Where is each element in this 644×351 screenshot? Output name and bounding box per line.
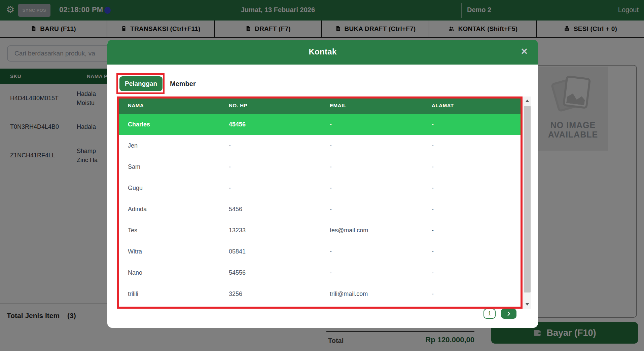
contact-cell: - — [421, 185, 523, 192]
contact-row-adinda[interactable]: Adinda5456-- — [117, 199, 523, 220]
contact-cell: - — [319, 206, 421, 213]
contact-table-scrollbar[interactable] — [523, 96, 531, 309]
contact-cell: - — [319, 269, 421, 276]
contact-cell: Jen — [117, 142, 218, 149]
contact-cell: tes@mail.com — [319, 227, 421, 234]
contact-col-nama: NAMA — [117, 103, 218, 108]
contact-col-nohp: NO. HP — [218, 103, 319, 108]
contact-row-trilili[interactable]: trilili3256trili@mail.com- — [117, 283, 523, 305]
contact-table: NAMANO. HPEMAILALAMAT Charles45456--Jen-… — [117, 96, 523, 309]
contact-cell: trili@mail.com — [319, 290, 421, 298]
tab-pelanggan[interactable]: Pelanggan — [119, 76, 163, 91]
contact-row-gugu[interactable]: Gugu--- — [117, 178, 523, 199]
contact-cell: - — [319, 248, 421, 255]
contact-cell: 54556 — [218, 269, 319, 276]
contact-cell: Witra — [117, 248, 218, 255]
contact-cell: trilili — [117, 290, 218, 298]
scroll-up-icon[interactable] — [526, 100, 529, 102]
contact-cell: - — [319, 121, 421, 128]
contact-table-body: Charles45456--Jen---Sam---Gugu---Adinda5… — [117, 114, 523, 305]
scrollbar-thumb[interactable] — [524, 106, 531, 292]
contact-cell: Gugu — [117, 185, 218, 192]
pagination-page-1[interactable]: 1 — [484, 309, 496, 319]
contact-cell: - — [319, 185, 421, 192]
contact-cell: 13233 — [218, 227, 319, 234]
modal-title: Kontak — [107, 47, 538, 56]
contact-cell: 3256 — [218, 290, 319, 298]
contact-row-tes[interactable]: Tes13233tes@mail.com- — [117, 220, 523, 241]
contact-cell: 5456 — [218, 206, 319, 213]
contact-cell: - — [421, 121, 523, 128]
contact-cell: Charles — [117, 121, 218, 128]
chevron-right-icon — [506, 311, 512, 317]
pos-app: ⚙ SYNC POS 02:18:00 PM Jumat, 13 Febuari… — [0, 0, 644, 351]
contact-cell: Adinda — [117, 206, 218, 213]
contact-table-header: NAMANO. HPEMAILALAMAT — [117, 96, 523, 114]
contact-cell: Tes — [117, 227, 218, 234]
contact-col-email: EMAIL — [319, 103, 421, 108]
contact-row-witra[interactable]: Witra05841-- — [117, 241, 523, 262]
contact-row-jen[interactable]: Jen--- — [117, 135, 523, 156]
scroll-down-icon[interactable] — [526, 303, 529, 306]
modal-header: Kontak ✕ — [107, 40, 538, 65]
contact-cell: Nano — [117, 269, 218, 276]
contact-cell: - — [421, 163, 523, 170]
contact-cell: - — [218, 163, 319, 170]
contact-cell: - — [218, 142, 319, 149]
contact-cell: 05841 — [218, 248, 319, 255]
contact-modal: Kontak ✕ Pelanggan Member NAMANO. HPEMAI… — [107, 40, 538, 328]
contact-row-nano[interactable]: Nano54556-- — [117, 262, 523, 283]
contact-row-sam[interactable]: Sam--- — [117, 156, 523, 178]
tab-member[interactable]: Member — [170, 80, 196, 88]
contact-cell: - — [421, 269, 523, 276]
contact-cell: - — [421, 290, 523, 298]
contact-cell: - — [421, 227, 523, 234]
contact-col-alamat: ALAMAT — [421, 103, 523, 108]
contact-cell: - — [421, 142, 523, 149]
pagination-next-button[interactable] — [501, 309, 516, 319]
contact-cell: - — [421, 206, 523, 213]
contact-cell: - — [421, 248, 523, 255]
close-icon[interactable]: ✕ — [521, 46, 528, 57]
contact-cell: Sam — [117, 163, 218, 170]
contact-cell: - — [319, 163, 421, 170]
contact-cell: - — [319, 142, 421, 149]
contact-row-charles[interactable]: Charles45456-- — [117, 114, 523, 135]
contact-cell: 45456 — [218, 121, 319, 128]
contact-cell: - — [218, 185, 319, 192]
